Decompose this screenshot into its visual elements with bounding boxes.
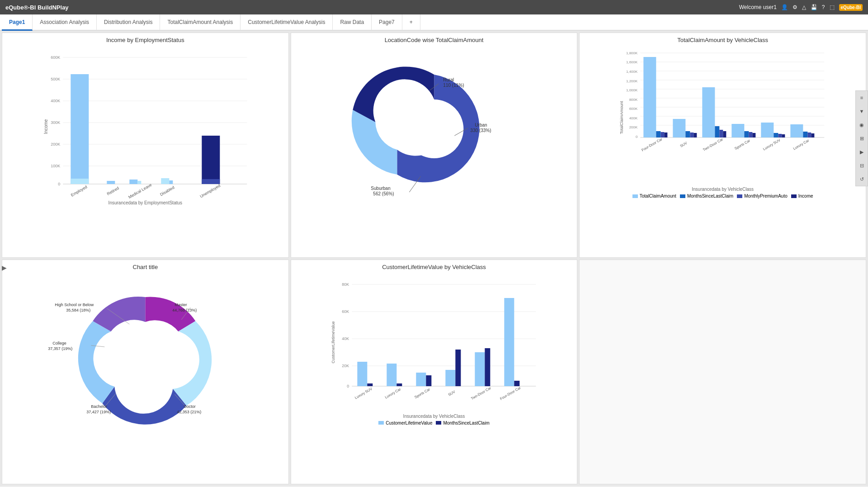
tcv-subtitle: Insurancedata by VehicleClass bbox=[583, 187, 862, 192]
svg-text:Master: Master bbox=[175, 303, 187, 307]
svg-rect-64 bbox=[673, 119, 686, 137]
settings-icon[interactable]: ⚙ bbox=[793, 4, 797, 10]
side-icon-grid[interactable]: ⊞ bbox=[857, 133, 867, 143]
education-donut-title: Chart title bbox=[6, 264, 285, 270]
side-icon-chart[interactable]: ◉ bbox=[857, 120, 867, 130]
tab-page1[interactable]: Page1 bbox=[2, 14, 33, 31]
svg-text:600K: 600K bbox=[51, 55, 60, 60]
svg-text:Suburban: Suburban bbox=[371, 186, 390, 191]
education-donut-chart: Master 44,768 (23%) Doctor 42,353 (21%) … bbox=[6, 272, 285, 421]
svg-rect-77 bbox=[774, 133, 778, 137]
svg-text:Luxury SUV: Luxury SUV bbox=[354, 386, 373, 399]
svg-rect-65 bbox=[686, 131, 690, 137]
svg-text:Sports Car: Sports Car bbox=[414, 387, 431, 399]
svg-text:1,200K: 1,200K bbox=[626, 79, 638, 83]
svg-text:SUV: SUV bbox=[447, 389, 456, 397]
svg-rect-23 bbox=[202, 179, 220, 184]
tcv-legend: TotalClaimAmount MonthsSinceLastClaim Mo… bbox=[583, 194, 862, 199]
svg-rect-62 bbox=[661, 132, 665, 137]
svg-rect-20 bbox=[161, 178, 169, 184]
svg-rect-117 bbox=[357, 362, 367, 386]
tab-page7[interactable]: Page7 bbox=[372, 14, 402, 31]
svg-rect-120 bbox=[396, 383, 402, 386]
svg-rect-66 bbox=[690, 132, 694, 137]
svg-text:35,584 (18%): 35,584 (18%) bbox=[66, 308, 90, 312]
svg-rect-123 bbox=[445, 370, 455, 386]
svg-text:500K: 500K bbox=[51, 77, 60, 81]
help-icon[interactable]: ? bbox=[822, 4, 825, 10]
svg-rect-69 bbox=[715, 126, 720, 137]
svg-text:High School or Below: High School or Below bbox=[55, 303, 94, 307]
svg-text:Two-Door Car: Two-Door Car bbox=[470, 386, 492, 401]
svg-text:Two-Door Car: Two-Door Car bbox=[703, 137, 724, 152]
svg-text:80K: 80K bbox=[342, 282, 349, 287]
svg-text:100K: 100K bbox=[51, 164, 60, 168]
left-arrow[interactable]: ▶ bbox=[2, 264, 7, 271]
legend-income-tcv: Income bbox=[791, 194, 813, 199]
svg-text:Four-Door Car: Four-Door Car bbox=[641, 137, 663, 152]
side-icon-filter[interactable]: ▼ bbox=[857, 106, 867, 116]
side-icon-refresh[interactable]: ↺ bbox=[857, 174, 867, 184]
svg-text:Employed: Employed bbox=[70, 184, 88, 198]
tab-clv-analysis[interactable]: CustomerLifetimeValue Analysis bbox=[241, 14, 333, 31]
side-icon-table[interactable]: ⊟ bbox=[857, 161, 867, 170]
svg-text:44,768 (23%): 44,768 (23%) bbox=[172, 308, 197, 312]
legend-mslc: MonthsSinceLastClaim bbox=[680, 194, 733, 199]
clv-vehicle-subtitle: Insurancedata by VehicleClass bbox=[295, 414, 574, 419]
svg-text:Retired: Retired bbox=[106, 186, 120, 196]
svg-rect-15 bbox=[71, 74, 89, 184]
svg-text:600K: 600K bbox=[629, 107, 638, 111]
side-icon-menu[interactable]: ≡ bbox=[857, 93, 867, 103]
save-icon[interactable]: 💾 bbox=[811, 4, 817, 10]
svg-rect-125 bbox=[475, 352, 485, 386]
legend-mslc-clv: MonthsSinceLastClaim bbox=[436, 421, 489, 426]
svg-text:400K: 400K bbox=[51, 99, 60, 103]
side-icon-play[interactable]: ▶ bbox=[857, 147, 867, 157]
svg-rect-76 bbox=[761, 123, 774, 137]
svg-rect-73 bbox=[745, 131, 749, 137]
svg-rect-60 bbox=[644, 57, 656, 137]
tab-association-analysis[interactable]: Association Analysis bbox=[33, 14, 97, 31]
tab-totalclaim-analysis[interactable]: TotalClaimAmount Analysis bbox=[160, 14, 241, 31]
svg-text:Urban: Urban bbox=[475, 123, 487, 128]
svg-rect-17 bbox=[107, 181, 115, 184]
svg-rect-18 bbox=[129, 180, 137, 184]
svg-text:Unemployed: Unemployed bbox=[199, 183, 221, 199]
tab-distribution-analysis[interactable]: Distribution Analysis bbox=[97, 14, 160, 31]
svg-point-90 bbox=[116, 322, 175, 381]
svg-rect-78 bbox=[778, 134, 782, 137]
svg-text:330 (33%): 330 (33%) bbox=[470, 128, 491, 133]
tcv-panel: TotalClaimAmount by VehicleClass TotalCl… bbox=[579, 33, 866, 258]
svg-rect-70 bbox=[720, 130, 723, 137]
svg-text:0: 0 bbox=[347, 384, 349, 388]
svg-text:Medical Leave: Medical Leave bbox=[127, 183, 152, 200]
location-donut-panel: LocationCode wise TotalClaimAmount Rural… bbox=[291, 33, 578, 258]
clv-vehicle-panel: CustomerLifetimeValue by VehicleClass Cu… bbox=[291, 260, 578, 485]
svg-text:37,427 (19%): 37,427 (19%) bbox=[86, 410, 111, 414]
welcome-text: Welcome user1 bbox=[739, 4, 777, 10]
legend-mpa: MonthlyPremiumAuto bbox=[737, 194, 788, 199]
logo: eQube-BI bbox=[839, 4, 863, 11]
svg-text:42,353 (21%): 42,353 (21%) bbox=[177, 410, 201, 414]
tab-raw-data[interactable]: Raw Data bbox=[333, 14, 372, 31]
svg-point-29 bbox=[405, 99, 463, 158]
svg-text:400K: 400K bbox=[629, 116, 638, 120]
svg-rect-121 bbox=[416, 373, 426, 386]
alert-icon: △ bbox=[802, 4, 806, 10]
svg-text:1,800K: 1,800K bbox=[626, 51, 638, 55]
location-donut-title: LocationCode wise TotalClaimAmount bbox=[295, 37, 574, 43]
svg-rect-19 bbox=[137, 181, 141, 184]
title-bar: eQube®-BI BuildNPlay Welcome user1 👤 ⚙ △… bbox=[0, 0, 868, 14]
export-icon[interactable]: ⬚ bbox=[830, 4, 835, 10]
income-employment-title: Income by EmploymentStatus bbox=[6, 37, 285, 43]
app-title-area: eQube®-BI BuildNPlay bbox=[5, 4, 69, 11]
clv-legend: CustomerLifetimeValue MonthsSinceLastCla… bbox=[295, 421, 574, 426]
svg-text:0: 0 bbox=[636, 135, 638, 139]
svg-text:300K: 300K bbox=[51, 120, 60, 125]
svg-text:110 (11%): 110 (11%) bbox=[443, 83, 464, 88]
clv-vehicle-chart: CustomerLifetimeValue 80K 60K 40K 20K 0 bbox=[295, 272, 574, 412]
svg-text:20K: 20K bbox=[342, 364, 349, 368]
svg-rect-16 bbox=[71, 179, 89, 184]
svg-text:Luxury SUV: Luxury SUV bbox=[763, 138, 782, 151]
tab-add[interactable]: + bbox=[402, 14, 420, 31]
